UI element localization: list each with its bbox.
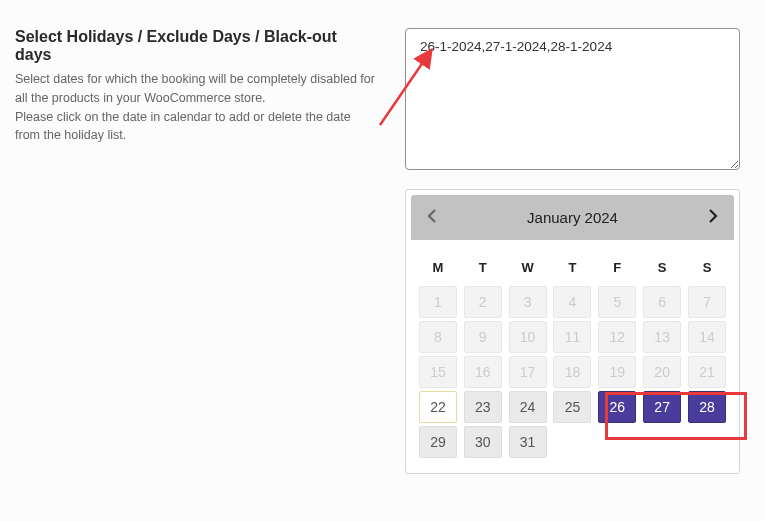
right-column: January 2024 MTWTFSS 1234567891011121314… [405, 28, 750, 474]
weekday-header: S [641, 254, 683, 283]
calendar-day[interactable]: 15 [419, 356, 457, 388]
calendar-day[interactable]: 25 [553, 391, 591, 423]
calendar-day[interactable]: 11 [553, 321, 591, 353]
calendar: January 2024 MTWTFSS 1234567891011121314… [405, 189, 740, 474]
calendar-day[interactable]: 30 [464, 426, 502, 458]
calendar-day[interactable]: 2 [464, 286, 502, 318]
calendar-day[interactable]: 23 [464, 391, 502, 423]
calendar-day[interactable]: 21 [688, 356, 726, 388]
next-month-button[interactable] [704, 205, 722, 230]
weekday-header: F [596, 254, 638, 283]
calendar-day[interactable]: 5 [598, 286, 636, 318]
weekday-header: T [552, 254, 594, 283]
calendar-day[interactable]: 17 [509, 356, 547, 388]
calendar-day[interactable]: 9 [464, 321, 502, 353]
calendar-day-today[interactable]: 22 [419, 391, 457, 423]
chevron-right-icon [708, 209, 718, 223]
calendar-day[interactable]: 1 [419, 286, 457, 318]
calendar-day-selected[interactable]: 26 [598, 391, 636, 423]
calendar-table: MTWTFSS 12345678910111213141516171819202… [414, 251, 731, 461]
calendar-month-label: January 2024 [527, 209, 618, 226]
calendar-day[interactable]: 18 [553, 356, 591, 388]
calendar-day[interactable]: 6 [643, 286, 681, 318]
calendar-day[interactable]: 7 [688, 286, 726, 318]
holiday-dates-textarea[interactable] [405, 28, 740, 170]
calendar-day[interactable]: 16 [464, 356, 502, 388]
section-title: Select Holidays / Exclude Days / Black-o… [15, 28, 375, 64]
calendar-day[interactable]: 31 [509, 426, 547, 458]
calendar-day[interactable]: 19 [598, 356, 636, 388]
calendar-day[interactable]: 13 [643, 321, 681, 353]
calendar-body: MTWTFSS 12345678910111213141516171819202… [406, 245, 739, 473]
calendar-day[interactable]: 24 [509, 391, 547, 423]
calendar-day[interactable]: 8 [419, 321, 457, 353]
calendar-day[interactable]: 14 [688, 321, 726, 353]
calendar-day-selected[interactable]: 28 [688, 391, 726, 423]
left-column: Select Holidays / Exclude Days / Black-o… [15, 28, 375, 474]
section-description-2: Please click on the date in calendar to … [15, 108, 375, 146]
weekday-header: W [507, 254, 549, 283]
calendar-day[interactable]: 20 [643, 356, 681, 388]
weekday-header: M [417, 254, 459, 283]
calendar-day[interactable]: 12 [598, 321, 636, 353]
calendar-header: January 2024 [411, 195, 734, 240]
settings-row: Select Holidays / Exclude Days / Black-o… [0, 0, 765, 489]
calendar-day-selected[interactable]: 27 [643, 391, 681, 423]
calendar-day[interactable]: 29 [419, 426, 457, 458]
calendar-day[interactable]: 3 [509, 286, 547, 318]
section-description-1: Select dates for which the booking will … [15, 70, 375, 108]
weekday-header: S [686, 254, 728, 283]
calendar-day[interactable]: 10 [509, 321, 547, 353]
chevron-left-icon [427, 209, 437, 223]
calendar-day[interactable]: 4 [553, 286, 591, 318]
prev-month-button[interactable] [423, 205, 441, 230]
weekday-header: T [462, 254, 504, 283]
